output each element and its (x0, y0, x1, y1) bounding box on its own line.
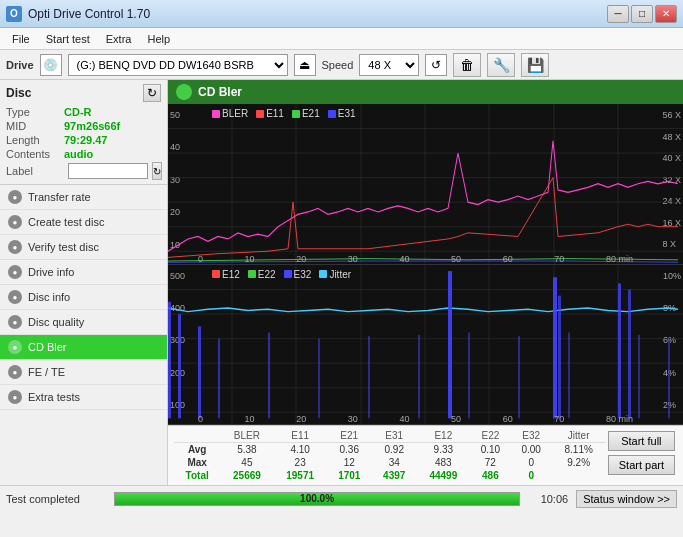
charts-container: BLER E11 E21 E31 (168, 104, 683, 425)
save-button[interactable]: 💾 (521, 53, 549, 77)
disc-info-label: Disc info (28, 291, 70, 303)
svg-rect-37 (368, 336, 370, 418)
drive-label: Drive (6, 59, 34, 71)
eject-button[interactable]: ⏏ (294, 54, 316, 76)
maximize-button[interactable]: □ (631, 5, 653, 23)
bottom-x-labels: 01020304050607080 min (198, 414, 633, 424)
svg-rect-31 (618, 283, 621, 418)
start-buttons: Start full Start part (606, 429, 677, 477)
progress-bar: 100.0% (114, 492, 520, 506)
sidebar-item-drive-info[interactable]: ●Drive info (0, 260, 167, 285)
bottom-chart: E12 E22 E32 Jitter (168, 265, 683, 426)
disc-panel: Disc ↻ Type CD-R MID 97m26s66f Length 79… (0, 80, 167, 185)
svg-rect-27 (178, 314, 181, 418)
top-x-labels: 01020304050607080 min (198, 254, 633, 264)
col-e32: E32 (511, 429, 552, 443)
status-window-button[interactable]: Status window >> (576, 490, 677, 508)
svg-rect-40 (518, 336, 520, 418)
tools-button[interactable]: 🔧 (487, 53, 515, 77)
sidebar-item-disc-info[interactable]: ●Disc info (0, 285, 167, 310)
mid-value: 97m26s66f (64, 120, 120, 132)
app-icon: O (6, 6, 22, 22)
content-area: CD Bler BLER E11 E21 (168, 80, 683, 485)
minimize-button[interactable]: ─ (607, 5, 629, 23)
drive-info-icon: ● (8, 265, 22, 279)
contents-label: Contents (6, 148, 64, 160)
svg-rect-34 (218, 338, 220, 418)
col-jitter: Jitter (552, 429, 606, 443)
sidebar-item-extra-tests[interactable]: ●Extra tests (0, 385, 167, 410)
time-label: 10:06 (528, 493, 568, 505)
sidebar-item-verify-test-disc[interactable]: ●Verify test disc (0, 235, 167, 260)
chart-title: CD Bler (198, 85, 242, 99)
drive-icon: 💿 (40, 54, 62, 76)
sidebar-item-transfer-rate[interactable]: ●Transfer rate (0, 185, 167, 210)
app-title: Opti Drive Control 1.70 (28, 7, 150, 21)
speed-select[interactable]: 48 X (359, 54, 419, 76)
create-test-disc-icon: ● (8, 215, 22, 229)
stats-avg-row: Avg 5.38 4.10 0.36 0.92 9.33 0.10 0.00 8… (174, 443, 606, 457)
col-e22: E22 (470, 429, 511, 443)
disc-info-icon: ● (8, 290, 22, 304)
erase-button[interactable]: 🗑 (453, 53, 481, 77)
legend-e12: E12 (212, 269, 240, 280)
svg-rect-39 (468, 332, 470, 418)
top-chart: BLER E11 E21 E31 (168, 104, 683, 265)
svg-rect-32 (628, 289, 631, 418)
drive-info-label: Drive info (28, 266, 74, 278)
sidebar-item-fe-te[interactable]: ●FE / TE (0, 360, 167, 385)
top-chart-svg (168, 104, 683, 264)
bottom-chart-svg (168, 265, 683, 425)
transfer-rate-label: Transfer rate (28, 191, 91, 203)
start-full-button[interactable]: Start full (608, 431, 675, 451)
svg-rect-33 (558, 295, 561, 418)
legend-bler: BLER (212, 108, 248, 119)
sidebar-item-cd-bler[interactable]: ●CD Bler (0, 335, 167, 360)
svg-rect-38 (418, 334, 420, 417)
sidebar-item-create-test-disc[interactable]: ●Create test disc (0, 210, 167, 235)
start-part-button[interactable]: Start part (608, 455, 675, 475)
sidebar: Disc ↻ Type CD-R MID 97m26s66f Length 79… (0, 80, 168, 485)
svg-rect-28 (198, 326, 201, 418)
drive-select[interactable]: (G:) BENQ DVD DD DW1640 BSRB (68, 54, 288, 76)
disc-label-input[interactable] (68, 163, 148, 179)
disc-quality-label: Disc quality (28, 316, 84, 328)
refresh-speed-button[interactable]: ↺ (425, 54, 447, 76)
progress-text: 100.0% (115, 493, 519, 505)
disc-label-label: Label (6, 165, 64, 177)
disc-label-refresh[interactable]: ↻ (152, 162, 162, 180)
title-bar: O Opti Drive Control 1.70 ─ □ ✕ (0, 0, 683, 28)
stats-total-row: Total 25669 19571 1701 4397 44499 486 0 (174, 469, 606, 482)
stats-area: BLER E11 E21 E31 E12 E22 E32 Jitter Avg … (168, 425, 683, 485)
legend-e21: E21 (292, 108, 320, 119)
disc-quality-icon: ● (8, 315, 22, 329)
type-label: Type (6, 106, 64, 118)
disc-title: Disc (6, 86, 31, 100)
svg-rect-29 (448, 271, 452, 418)
nav-list: ●Transfer rate●Create test disc●Verify t… (0, 185, 167, 410)
close-button[interactable]: ✕ (655, 5, 677, 23)
menu-file[interactable]: File (4, 31, 38, 47)
col-e12: E12 (417, 429, 470, 443)
menu-start-test[interactable]: Start test (38, 31, 98, 47)
svg-rect-43 (668, 338, 670, 418)
legend-e11: E11 (256, 108, 284, 119)
verify-test-disc-icon: ● (8, 240, 22, 254)
type-value: CD-R (64, 106, 92, 118)
menu-extra[interactable]: Extra (98, 31, 140, 47)
legend-e22: E22 (248, 269, 276, 280)
transfer-rate-icon: ● (8, 190, 22, 204)
extra-tests-icon: ● (8, 390, 22, 404)
length-label: Length (6, 134, 64, 146)
create-test-disc-label: Create test disc (28, 216, 104, 228)
menu-help[interactable]: Help (139, 31, 178, 47)
speed-label: Speed (322, 59, 354, 71)
col-bler: BLER (220, 429, 273, 443)
col-e11: E11 (274, 429, 327, 443)
main-area: Disc ↻ Type CD-R MID 97m26s66f Length 79… (0, 80, 683, 485)
mid-label: MID (6, 120, 64, 132)
sidebar-item-disc-quality[interactable]: ●Disc quality (0, 310, 167, 335)
top-legend: BLER E11 E21 E31 (212, 108, 356, 119)
legend-jitter: Jitter (319, 269, 351, 280)
disc-refresh-button[interactable]: ↻ (143, 84, 161, 102)
